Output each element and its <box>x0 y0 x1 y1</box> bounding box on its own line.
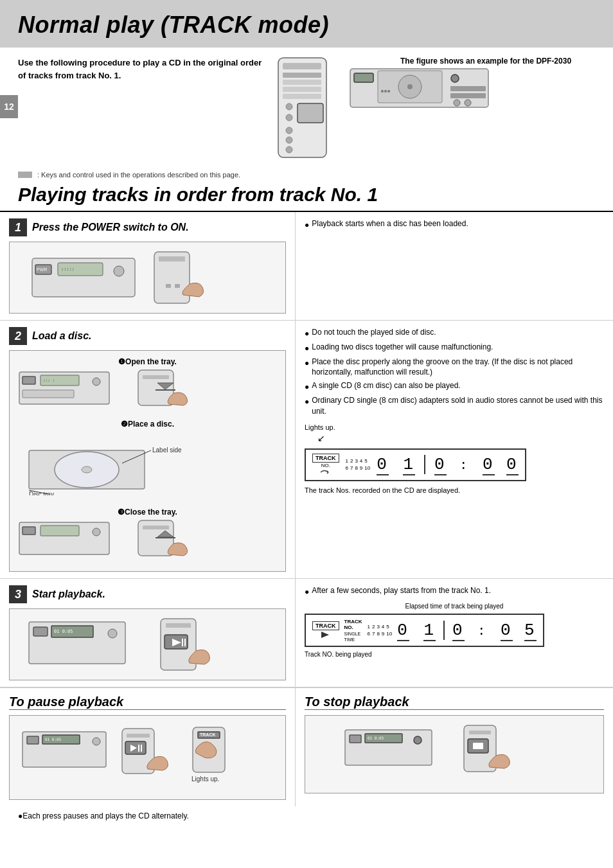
svg-rect-38 <box>166 284 171 288</box>
svg-point-60 <box>93 528 100 536</box>
svg-point-81 <box>93 738 100 745</box>
remote-container: The figure shows an example for the DPF-… <box>275 57 571 159</box>
svg-rect-47 <box>143 375 169 379</box>
svg-point-27 <box>381 90 384 93</box>
svg-rect-78 <box>27 736 39 744</box>
bullet-dot-2-3: ● <box>305 358 309 378</box>
stop-title: To stop playback <box>305 695 604 710</box>
svg-rect-37 <box>159 256 185 261</box>
pause-illustration: 01 0:05 TRACK Lights up. <box>9 715 286 800</box>
bullet-dot-2-2: ● <box>305 343 309 354</box>
track-display-caption-1: The track Nos. recorded on the CD are di… <box>305 486 604 494</box>
svg-point-10 <box>286 137 292 143</box>
svg-rect-5 <box>283 94 321 99</box>
svg-rect-98 <box>469 731 491 734</box>
svg-text:01  0:05: 01 0:05 <box>54 629 73 634</box>
step-1-left: 1 Press the POWER switch to ON. PWR ::::… <box>0 212 296 320</box>
svg-rect-66 <box>33 627 48 636</box>
svg-text:Lights up.: Lights up. <box>191 775 219 783</box>
step-3-left: 3 Start playback. 01 0:05 <box>0 579 296 687</box>
svg-point-19 <box>407 84 413 89</box>
step-2-left: 2 Load a disc. ❶Open the tray. ::: : <box>0 321 296 578</box>
svg-rect-83 <box>127 734 150 738</box>
step-2-note-5: ● Ordinary CD single (8 cm disc) adapter… <box>305 395 604 417</box>
time-digits-2: 0 : 0 5 <box>452 621 537 640</box>
stop-illustration: 01 0:05 <box>305 715 604 793</box>
step-3-number: 3 <box>9 585 27 603</box>
close-tray-svg <box>16 519 247 558</box>
power-switch-svg: PWR ::::: <box>26 249 270 306</box>
svg-text::::::: ::::: <box>61 267 75 272</box>
track-numbers-bottom: 678910 <box>346 465 371 471</box>
svg-point-35 <box>114 266 124 276</box>
main-title-text: Normal play (TRACK mode) <box>18 12 329 38</box>
open-tray-svg: ::: : <box>16 369 247 407</box>
cd-player-svg: DENON <box>349 66 490 111</box>
svg-point-24 <box>465 100 471 106</box>
step-2-note-text-5: Ordinary CD single (8 cm disc) adapters … <box>312 395 604 417</box>
svg-point-29 <box>387 90 390 93</box>
step-2-note-text-3: Place the disc properly along the groove… <box>312 357 604 378</box>
track-display-2: TRACK TRACKNO. SINGLE TIME 12345 678910 <box>305 614 544 647</box>
step-2-row: 2 Load a disc. ❶Open the tray. ::: : <box>0 321 613 579</box>
svg-point-52 <box>82 466 92 473</box>
svg-rect-100 <box>473 743 483 749</box>
sub-step-place-label: ❷Place a disc. <box>16 420 279 429</box>
pause-section: To pause playback 01 0:05 <box>0 688 296 806</box>
sub-step-close-label: ❸Close the tray. <box>16 508 279 517</box>
pause-svg: 01 0:05 TRACK Lights up. <box>19 722 276 793</box>
svg-rect-12 <box>283 73 321 78</box>
svg-marker-76 <box>321 632 329 638</box>
svg-text:PWR: PWR <box>37 267 47 272</box>
svg-rect-58 <box>22 527 35 535</box>
bullet-dot-2-5: ● <box>305 396 309 417</box>
svg-rect-41 <box>22 376 35 384</box>
time-digits-1: 0 : 0 0 <box>434 455 519 474</box>
remote-control-svg <box>275 57 330 159</box>
step-1-row: 1 Press the POWER switch to ON. PWR ::::… <box>0 212 613 321</box>
svg-rect-21 <box>450 86 486 91</box>
svg-text:Disc tray: Disc tray <box>29 491 54 495</box>
step-3-note-1: ● After a few seconds, play starts from … <box>305 585 604 598</box>
step-1-number: 1 <box>9 218 27 236</box>
svg-text:TRACK: TRACK <box>200 732 216 737</box>
svg-rect-4 <box>283 87 321 92</box>
keys-note: : Keys and control used in the operation… <box>0 171 613 179</box>
svg-text:Label side: Label side <box>152 447 182 454</box>
place-disc-svg: Label side Disc tray <box>16 431 247 495</box>
svg-point-26 <box>451 75 459 82</box>
bottom-row: To pause playback 01 0:05 <box>0 687 613 806</box>
svg-point-9 <box>286 127 292 134</box>
section-title-text: Playing tracks in order from track No. 1 <box>18 184 378 205</box>
track-digits-2: 0 1 <box>397 621 436 640</box>
steps-container: 1 Press the POWER switch to ON. PWR ::::… <box>0 212 613 687</box>
svg-text:01  0:05: 01 0:05 <box>368 736 384 740</box>
section-title: Playing tracks in order from track No. 1 <box>0 179 613 212</box>
footer-note: ●Each press pauses and plays the CD alte… <box>0 806 613 826</box>
step-2-note-text-2: Loading two discs together will cause ma… <box>312 342 493 354</box>
svg-rect-13 <box>298 103 323 123</box>
intro-section: Use the following procedure to play a CD… <box>0 48 613 168</box>
step-2-note-4: ● A single CD (8 cm disc) can also be pl… <box>305 380 604 393</box>
step-2-note-text-1: Do not touch the played side of disc. <box>312 327 436 339</box>
track-no-label: Track NO. being played <box>305 651 604 658</box>
svg-rect-93 <box>350 735 361 743</box>
step-2-note-1: ● Do not touch the played side of disc. <box>305 327 604 339</box>
step-2-header: 2 Load a disc. <box>9 327 286 345</box>
svg-point-69 <box>108 629 117 638</box>
main-title-bar: Normal play (TRACK mode) <box>0 0 613 48</box>
svg-rect-25 <box>354 73 373 82</box>
step-1-illustration: PWR ::::: <box>9 242 286 314</box>
intro-text: Use the following procedure to play a CD… <box>18 57 262 82</box>
step-3-label: Start playback. <box>32 589 105 600</box>
svg-point-23 <box>454 100 460 106</box>
step-3-row: 3 Start playback. 01 0:05 <box>0 579 613 687</box>
step-1-header: 1 Press the POWER switch to ON. <box>9 218 286 236</box>
svg-text:01  0:05: 01 0:05 <box>45 737 62 741</box>
step-2-right: ● Do not touch the played side of disc. … <box>296 321 613 578</box>
page-number-tab: 12 <box>0 95 18 118</box>
svg-rect-22 <box>450 93 486 98</box>
svg-point-11 <box>286 146 292 153</box>
device-right-area: The figure shows an example for the DPF-… <box>349 57 571 112</box>
svg-rect-39 <box>175 284 180 288</box>
